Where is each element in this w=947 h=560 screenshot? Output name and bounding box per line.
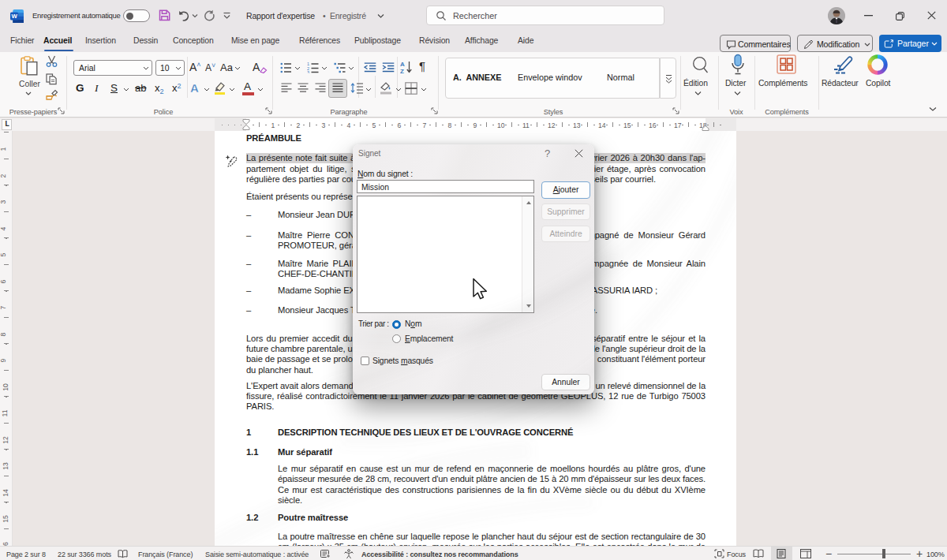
svg-text:A: A — [400, 61, 405, 68]
svg-text:W: W — [11, 13, 17, 20]
svg-text:Z: Z — [400, 68, 404, 74]
svg-text:3: 3 — [307, 70, 309, 74]
